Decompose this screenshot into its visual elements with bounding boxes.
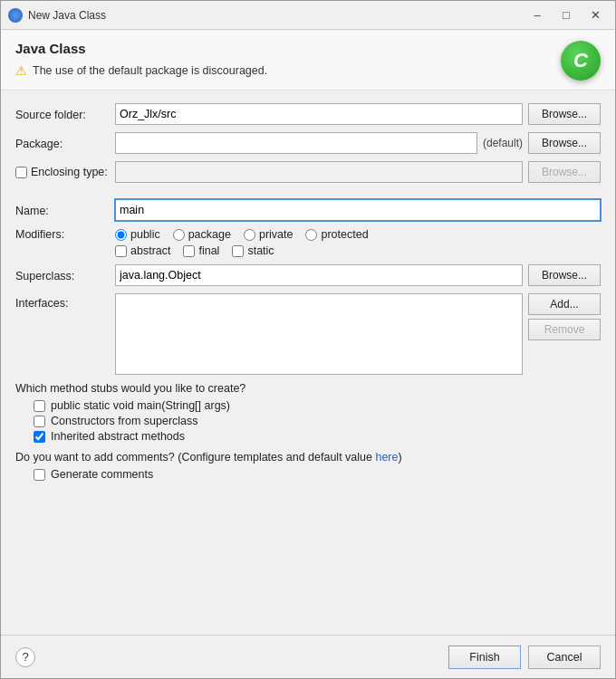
modifier-public-text: public: [130, 228, 160, 241]
modifier-package-label: package: [173, 228, 231, 241]
modifiers-checkboxes-row: abstract final static: [115, 244, 601, 257]
help-button[interactable]: ?: [15, 647, 35, 667]
modifier-package-radio[interactable]: [173, 229, 185, 241]
name-label: Name:: [15, 203, 115, 217]
superclass-browse[interactable]: Browse...: [528, 264, 601, 286]
modifiers-radio-group: public package private protected: [115, 228, 369, 241]
enclosing-type-controls: Browse...: [115, 161, 601, 183]
window-icon: [8, 8, 23, 23]
warning-text: The use of the default package is discou…: [33, 64, 267, 77]
maximize-button[interactable]: □: [553, 5, 579, 25]
source-folder-input[interactable]: [115, 103, 523, 125]
final-checkbox[interactable]: [183, 245, 195, 257]
interfaces-add-button[interactable]: Add...: [528, 293, 601, 315]
comments-title-end: ): [398, 451, 401, 464]
enclosing-type-label: Enclosing type:: [31, 166, 108, 178]
name-row: Name:: [15, 199, 601, 221]
generate-comments-checkbox[interactable]: [34, 469, 45, 481]
superclass-input[interactable]: [115, 264, 523, 286]
finish-button[interactable]: Finish: [448, 646, 521, 669]
cancel-button[interactable]: Cancel: [528, 646, 601, 669]
modifier-protected-radio[interactable]: [305, 229, 317, 241]
superclass-controls: Browse...: [115, 264, 601, 286]
enclosing-type-row: Enclosing type: Browse...: [15, 161, 601, 183]
enclosing-type-browse: Browse...: [528, 161, 601, 183]
package-row: Package: (default) Browse...: [15, 132, 601, 154]
source-folder-controls: Browse...: [115, 103, 601, 125]
interfaces-list: [115, 293, 523, 375]
enclosing-type-checkbox[interactable]: [15, 167, 27, 178]
stubs-title: Which method stubs would you like to cre…: [15, 382, 601, 395]
package-label: Package:: [15, 136, 115, 150]
superclass-label: Superclass:: [15, 268, 115, 282]
stub-main-label: public static void main(String[] args): [51, 399, 230, 412]
abstract-label: abstract: [115, 244, 170, 257]
comments-here-link[interactable]: here: [375, 451, 398, 464]
title-bar-text: New Java Class: [28, 9, 525, 22]
stub-constructors-checkbox[interactable]: [34, 416, 45, 427]
dialog-window: New Java Class – □ ✕ Java Class ⚠ The us…: [0, 0, 616, 679]
modifier-protected-text: protected: [321, 228, 368, 241]
enclosing-type-input[interactable]: [115, 161, 523, 183]
modifier-public-label: public: [115, 228, 160, 241]
source-folder-label: Source folder:: [15, 107, 115, 121]
header-title: Java Class: [15, 41, 561, 56]
name-input[interactable]: [115, 199, 601, 221]
comments-title-text: Do you want to add comments? (Configure …: [15, 451, 375, 464]
abstract-text: abstract: [130, 244, 170, 257]
interfaces-row: Interfaces: Add... Remove: [15, 293, 601, 375]
modifier-private-text: private: [259, 228, 294, 241]
name-controls: [115, 199, 601, 221]
stubs-option-2: Inherited abstract methods: [34, 430, 601, 443]
modifier-private-radio[interactable]: [244, 229, 255, 241]
stub-main-checkbox[interactable]: [34, 400, 45, 412]
stubs-section: Which method stubs would you like to cre…: [15, 382, 601, 445]
static-checkbox[interactable]: [232, 245, 244, 257]
title-bar: New Java Class – □ ✕: [1, 1, 615, 30]
warning-icon: ⚠: [15, 63, 27, 78]
enclosing-checkbox-area: Enclosing type:: [15, 166, 115, 178]
comments-section: Do you want to add comments? (Configure …: [15, 451, 601, 481]
final-text: final: [198, 244, 219, 257]
generate-comments-label: Generate comments: [51, 468, 153, 481]
header-section: Java Class ⚠ The use of the default pack…: [1, 30, 615, 91]
footer-buttons: Finish Cancel: [448, 646, 601, 669]
comments-option: Generate comments: [34, 468, 601, 481]
interfaces-label: Interfaces:: [15, 293, 115, 310]
modifier-private-label: private: [244, 228, 294, 241]
form-section: Source folder: Browse... Package: (defau…: [1, 91, 615, 635]
warning-row: ⚠ The use of the default package is disc…: [15, 63, 561, 78]
stubs-option-0: public static void main(String[] args): [34, 399, 601, 412]
package-controls: (default) Browse...: [115, 132, 601, 154]
static-text: static: [247, 244, 274, 257]
superclass-row: Superclass: Browse...: [15, 264, 601, 286]
comments-title: Do you want to add comments? (Configure …: [15, 451, 601, 464]
footer: ? Finish Cancel: [1, 635, 615, 678]
interfaces-remove-button: Remove: [528, 319, 601, 340]
modifier-package-text: package: [188, 228, 231, 241]
logo: C: [561, 41, 601, 81]
header-left: Java Class ⚠ The use of the default pack…: [15, 41, 561, 78]
final-label: final: [183, 244, 219, 257]
stubs-option-1: Constructors from superclass: [34, 415, 601, 427]
minimize-button[interactable]: –: [525, 5, 550, 25]
interfaces-buttons: Add... Remove: [528, 293, 601, 340]
abstract-checkbox[interactable]: [115, 245, 127, 257]
static-label: static: [232, 244, 274, 257]
modifier-protected-label: protected: [305, 228, 368, 241]
source-folder-row: Source folder: Browse...: [15, 103, 601, 125]
title-bar-controls: – □ ✕: [525, 5, 608, 25]
stub-constructors-label: Constructors from superclass: [51, 415, 198, 427]
stub-inherited-checkbox[interactable]: [34, 431, 45, 443]
package-browse[interactable]: Browse...: [528, 132, 601, 154]
modifiers-label: Modifiers:: [15, 228, 115, 241]
stub-inherited-label: Inherited abstract methods: [51, 430, 185, 443]
modifiers-row: Modifiers: public package private protec…: [15, 228, 601, 241]
package-default: (default): [483, 137, 523, 149]
source-folder-browse[interactable]: Browse...: [528, 103, 601, 125]
close-button[interactable]: ✕: [582, 5, 608, 25]
package-input[interactable]: [115, 132, 477, 154]
modifier-public-radio[interactable]: [115, 229, 127, 241]
